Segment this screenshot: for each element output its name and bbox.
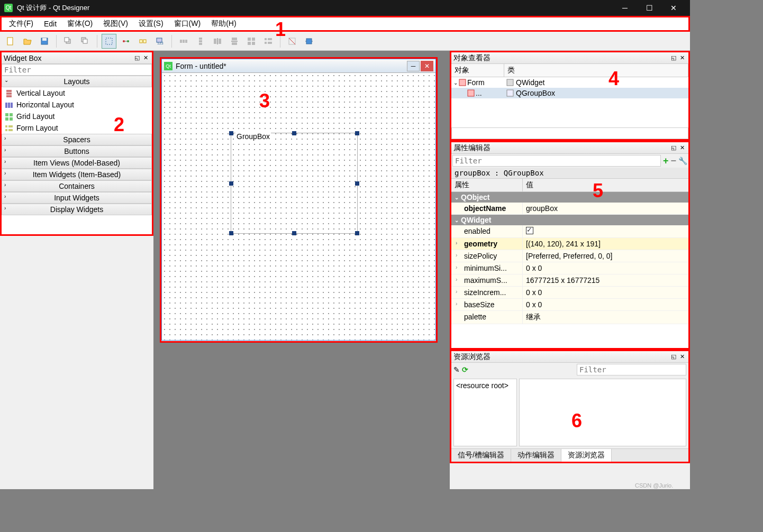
- object-row-groupbox[interactable]: ... QGroupBox: [451, 88, 688, 98]
- resize-handle-tl[interactable]: [229, 131, 233, 135]
- property-row-enabled[interactable]: enabled: [451, 225, 688, 238]
- reload-resource-icon[interactable]: ⟳: [462, 365, 468, 374]
- widget-item-grid-layout[interactable]: Grid Layout: [2, 111, 152, 122]
- minimize-button[interactable]: ─: [613, 0, 637, 16]
- layout-vertical-button[interactable]: [193, 34, 208, 49]
- edit-resource-icon[interactable]: ✎: [453, 365, 460, 374]
- resource-filter-input[interactable]: [577, 364, 686, 375]
- layout-grid-button[interactable]: [244, 34, 259, 49]
- property-col-value: 值: [523, 179, 537, 191]
- form-minimize-button[interactable]: ─: [407, 61, 420, 71]
- property-row-minsize[interactable]: ›minimumSi... 0 x 0: [451, 262, 688, 274]
- form-canvas[interactable]: GroupBox: [162, 73, 435, 340]
- property-row-maxsize[interactable]: ›maximumS... 16777215 x 16777215: [451, 274, 688, 287]
- resize-handle-tr[interactable]: [355, 131, 359, 135]
- property-list[interactable]: ⌄QObject objectName groupBox ⌄QWidget en…: [451, 192, 688, 348]
- resize-handle-br[interactable]: [355, 231, 359, 235]
- add-property-icon[interactable]: +: [663, 155, 669, 167]
- widget-category-itemwidgets[interactable]: ›Item Widgets (Item-Based): [2, 169, 152, 180]
- settings-property-icon[interactable]: 🔧: [678, 157, 687, 165]
- layout-vsplitter-button[interactable]: [227, 34, 242, 49]
- widget-item-form-layout[interactable]: Form Layout: [2, 122, 152, 134]
- break-layout-button[interactable]: [285, 34, 299, 49]
- object-inspector-close-button[interactable]: ✕: [678, 54, 686, 62]
- form-close-button[interactable]: ✕: [421, 61, 433, 71]
- annotation-1: 1: [275, 19, 286, 41]
- tab-actions[interactable]: 动作编辑器: [511, 449, 561, 462]
- object-inspector-filter[interactable]: [451, 127, 688, 139]
- widget-category-spacers[interactable]: ›Spacers: [2, 134, 152, 145]
- svg-line-36: [289, 38, 295, 44]
- layout-horizontal-button[interactable]: [176, 34, 191, 49]
- property-row-palette[interactable]: palette 继承: [451, 311, 688, 324]
- tab-resources[interactable]: 资源浏览器: [561, 449, 612, 462]
- property-editor-float-button[interactable]: ◱: [669, 144, 678, 152]
- bring-front-button[interactable]: [78, 34, 93, 49]
- svg-rect-53: [507, 79, 513, 86]
- resource-browser-close-button[interactable]: ✕: [678, 353, 686, 361]
- open-button[interactable]: [20, 34, 35, 49]
- widget-category-displaywidgets[interactable]: ›Display Widgets: [2, 204, 152, 215]
- object-tree[interactable]: 对象 类 ⌄Form QWidget ... QGroupBox: [451, 64, 688, 127]
- property-group-qwidget[interactable]: ⌄QWidget: [451, 215, 688, 225]
- svg-rect-25: [232, 42, 237, 45]
- menu-form[interactable]: 窗体(O): [62, 17, 98, 31]
- edit-widgets-button[interactable]: [102, 34, 116, 49]
- widget-category-inputwidgets[interactable]: ›Input Widgets: [2, 192, 152, 204]
- groupbox-widget[interactable]: GroupBox: [231, 133, 358, 234]
- save-button[interactable]: [37, 34, 52, 49]
- layout-form-button[interactable]: [261, 34, 276, 49]
- form-titlebar[interactable]: Qt Form - untitled* ─ ✕: [162, 59, 435, 73]
- svg-rect-16: [183, 40, 185, 43]
- widget-box-float-button[interactable]: ◱: [133, 54, 141, 62]
- menu-file[interactable]: 文件(F): [4, 17, 39, 31]
- layout-hsplitter-button[interactable]: [210, 34, 225, 49]
- resize-handle-ml[interactable]: [229, 181, 233, 186]
- resize-handle-bc[interactable]: [292, 231, 296, 235]
- property-filter-input[interactable]: [452, 155, 661, 167]
- property-row-sizepolicy[interactable]: ›sizePolicy [Preferred, Preferred, 0, 0]: [451, 250, 688, 262]
- adjust-size-button[interactable]: [302, 34, 316, 49]
- object-row-form[interactable]: ⌄Form QWidget: [451, 77, 688, 88]
- property-row-geometry[interactable]: ›geometry [(140, 120), 241 x 191]: [451, 238, 688, 250]
- widget-category-layouts[interactable]: ⌄Layouts: [2, 76, 152, 87]
- menu-window[interactable]: 窗口(W): [169, 17, 206, 31]
- widget-item-horizontal-layout[interactable]: Horizontal Layout: [2, 99, 152, 111]
- remove-property-icon[interactable]: −: [670, 155, 676, 167]
- close-button[interactable]: ✕: [661, 0, 686, 16]
- widget-box-close-button[interactable]: ✕: [141, 54, 150, 62]
- widget-category-itemviews[interactable]: ›Item Views (Model-Based): [2, 157, 152, 169]
- resize-handle-bl[interactable]: [229, 231, 233, 235]
- menu-help[interactable]: 帮助(H): [206, 17, 241, 31]
- object-inspector-float-button[interactable]: ◱: [669, 54, 678, 62]
- resource-view[interactable]: [519, 379, 686, 446]
- widget-category-buttons[interactable]: ›Buttons: [2, 145, 152, 157]
- resource-root-item[interactable]: <resource root>: [456, 381, 514, 390]
- edit-signals-button[interactable]: [119, 34, 133, 49]
- property-row-basesize[interactable]: ›baseSize 0 x 0: [451, 299, 688, 311]
- widget-category-containers[interactable]: ›Containers: [2, 180, 152, 192]
- resource-browser-float-button[interactable]: ◱: [669, 353, 678, 361]
- resize-handle-mr[interactable]: [355, 181, 359, 186]
- property-row-sizeincrement[interactable]: ›sizeIncrem... 0 x 0: [451, 287, 688, 299]
- resource-tree[interactable]: <resource root>: [453, 379, 517, 446]
- widget-box-filter-input[interactable]: [2, 64, 152, 76]
- menu-settings[interactable]: 设置(S): [133, 17, 169, 31]
- widget-item-vertical-layout[interactable]: Vertical Layout: [2, 87, 152, 99]
- menu-edit[interactable]: Edit: [39, 17, 62, 30]
- property-group-qobject[interactable]: ⌄QObject: [451, 192, 688, 203]
- widget-box-list[interactable]: ⌄Layouts Vertical Layout Horizontal Layo…: [2, 76, 152, 234]
- property-row-objectname[interactable]: objectName groupBox: [451, 203, 688, 215]
- edit-buddies-button[interactable]: [135, 34, 150, 49]
- resize-handle-tc[interactable]: [292, 131, 296, 135]
- property-editor-close-button[interactable]: ✕: [678, 144, 686, 152]
- titlebar: Qt Qt 设计师 - Qt Designer ─ ☐ ✕: [0, 0, 690, 16]
- qt-logo-icon: Qt: [4, 4, 13, 12]
- send-back-button[interactable]: [61, 34, 76, 49]
- new-form-button[interactable]: [3, 34, 18, 49]
- maximize-button[interactable]: ☐: [637, 0, 661, 16]
- menu-view[interactable]: 视图(V): [98, 17, 133, 31]
- enabled-checkbox[interactable]: [526, 227, 533, 234]
- edit-taborder-button[interactable]: 123: [152, 34, 167, 49]
- tab-signals[interactable]: 信号/槽编辑器: [451, 449, 511, 462]
